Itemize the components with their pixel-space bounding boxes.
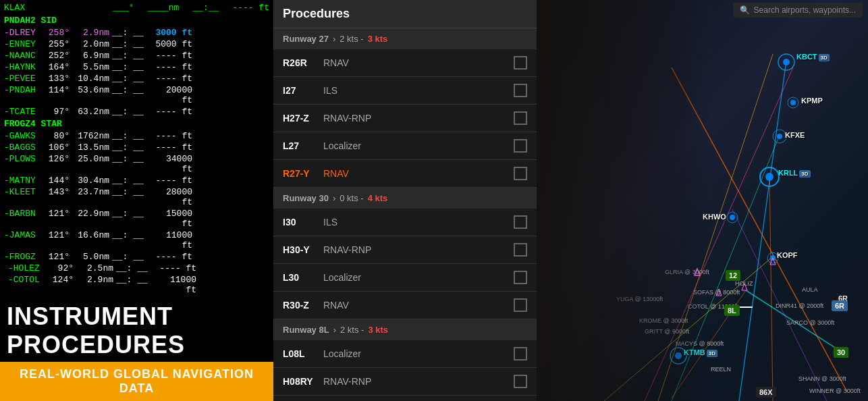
airport-label-kbct: KBCT3D — [796, 53, 830, 61]
svg-point-18 — [790, 100, 796, 105]
svg-point-21 — [730, 215, 735, 220]
proc-checkbox[interactable] — [514, 375, 527, 388]
proc-item[interactable]: L08L Localizer — [273, 340, 537, 368]
waypoint-row[interactable]: -GAWKS 80° 1762nm __: __ ---- ft — [0, 130, 273, 142]
svg-line-3 — [739, 61, 786, 401]
rwy-box-6r: 6R — [832, 300, 848, 311]
footer-waypoint-row[interactable]: -HOLEZ 92° 2.5nm __: __ ---- ft — [4, 263, 269, 274]
proc-checkbox[interactable] — [514, 215, 527, 229]
proc-item[interactable]: H30-Y RNAV-RNP — [273, 236, 537, 264]
map-search-bar[interactable]: 🔍 Search airports, waypoints... — [733, 3, 863, 18]
proc-checkbox[interactable] — [514, 298, 527, 312]
svg-point-19 — [777, 134, 782, 139]
proc-item[interactable]: R30-Z RNAV — [273, 292, 537, 319]
airport-label-krll: KRLL3D — [778, 169, 811, 177]
proc-item[interactable]: H27-Z RNAV-RNP — [273, 105, 537, 132]
waypoint-row[interactable]: -HAYNK 164° 5.5nm __: __ ---- ft — [0, 61, 273, 73]
overlay-banner: -HOLEZ 92° 2.5nm __: __ ---- ft -COTOL 1… — [0, 261, 273, 401]
airport-label-kfxe: KFXE — [785, 131, 805, 139]
footer-waypoint-row[interactable]: -COTOL 124° 2.9nm __: __ 11000 ft — [4, 274, 269, 296]
proc-item[interactable]: H08RY RNAV-RNP — [273, 368, 537, 396]
waypoint-row[interactable]: -BARBN 121° 22.9nm __: __ 15000 ft — [0, 208, 273, 230]
proc-checkbox[interactable] — [514, 139, 527, 153]
svg-point-20 — [765, 173, 774, 181]
waypoint-row[interactable]: -NAANC 252° 6.9nm __: __ ---- ft — [0, 50, 273, 61]
runway-header: Runway 8L › 2 kts - 3 kts — [273, 319, 537, 340]
sid-section-label: PNDAH2 SID — [0, 14, 273, 27]
wpt-reeln: REELN — [711, 366, 731, 373]
proc-checkbox[interactable] — [514, 271, 527, 284]
middle-panel: Procedures Runway 27 › 2 kts - 3 kts R26… — [273, 0, 537, 401]
waypoint-row[interactable]: -KLEET 143° 23.7nm __: __ 28000 ft — [0, 186, 273, 208]
search-icon: 🔍 — [740, 5, 750, 15]
star-section-label: FROGZ4 STAR — [0, 117, 273, 130]
waypoint-row[interactable]: -PLOWS 126° 25.0nm __: __ 34000 ft — [0, 153, 273, 175]
proc-checkbox[interactable] — [514, 243, 527, 257]
banner-title: INSTRUMENT PROCEDURES — [0, 297, 273, 362]
waypoint-row[interactable]: -PNDAH 114° 53.6nm __: __ 20000 ft — [0, 84, 273, 106]
waypoint-row[interactable]: -PEVEE 133° 10.4nm __: __ ---- ft — [0, 73, 273, 84]
proc-item[interactable]: I30 ILS — [273, 209, 537, 236]
wpt-dinr: DINR41 @ 2000ft — [776, 302, 823, 309]
svg-point-17 — [783, 59, 790, 65]
star-waypoints: -GAWKS 80° 1762nm __: __ ---- ft -BAGGS … — [0, 130, 273, 263]
cockpit-overlay — [537, 0, 712, 401]
runway-header: Runway 30 › 0 kts - 4 kts — [273, 188, 537, 209]
wpt-aula: AULA — [802, 286, 818, 293]
proc-checkbox[interactable] — [514, 347, 527, 360]
procedures-title: Procedures — [283, 7, 350, 20]
left-header: KLAX ___° ____nm __:__ ---- ft — [0, 0, 273, 14]
waypoint-row[interactable]: -DLREY 258° 2.9nm __: __ 3000 ft — [0, 27, 273, 38]
airport-label-kopf: KOPF — [777, 251, 798, 259]
waypoint-row[interactable]: -ENNEY 255° 2.0nm __: __ 5000 ft — [0, 38, 273, 50]
waypoint-row[interactable]: -TCATE 97° 63.2nm __: __ ---- ft — [0, 106, 273, 117]
proc-checkbox[interactable] — [514, 84, 527, 97]
sid-waypoints: -DLREY 258° 2.9nm __: __ 3000 ft -ENNEY … — [0, 27, 273, 117]
proc-item[interactable]: L27 Localizer — [273, 132, 537, 160]
wpt-sarco: SARCO @ 3000ft — [786, 319, 834, 326]
rwy-box-12: 12 — [726, 270, 740, 281]
banner-sub: REAL-WORLD GLOBAL NAVIGATION DATA — [0, 362, 273, 401]
waypoint-row[interactable]: -JAMAS 121° 16.6nm __: __ 11000 ft — [0, 230, 273, 251]
search-placeholder: Search airports, waypoints... — [754, 5, 856, 15]
rwy-box-30: 30 — [834, 347, 848, 358]
proc-item[interactable]: L30 Localizer — [273, 264, 537, 292]
proc-item[interactable]: R26R RNAV — [273, 49, 537, 77]
airport-label-kpmp: KPMP — [801, 97, 823, 105]
runway-header: Runway 27 › 2 kts - 3 kts — [273, 28, 537, 49]
waypoint-row[interactable]: -MATNY 144° 30.4nm __: __ ---- ft — [0, 175, 273, 186]
map-panel[interactable]: KBCT3D KPMP KFXE KRLL3D KHWO KOPF KTMB3D… — [537, 0, 868, 401]
proc-item[interactable]: I27 ILS — [273, 77, 537, 105]
wpt-winner: WINNER @ 3000ft — [809, 387, 861, 394]
left-panel: KLAX ___° ____nm __:__ ---- ft PNDAH2 SI… — [0, 0, 273, 401]
rwy-box-8l: 8L — [724, 305, 740, 316]
proc-checkbox[interactable] — [514, 111, 527, 125]
procedures-header: Procedures — [273, 0, 537, 28]
wpt-holiz: HOLIZ — [735, 280, 753, 287]
proc-checkbox[interactable] — [514, 56, 527, 70]
wpt-shann: SHANN @ 3000ft — [798, 375, 846, 382]
footer-waypoints: -HOLEZ 92° 2.5nm __: __ ---- ft -COTOL 1… — [0, 261, 273, 297]
rwy-box-86x: 86X — [756, 387, 776, 398]
proc-checkbox[interactable] — [514, 167, 527, 180]
proc-list: Runway 27 › 2 kts - 3 kts R26R RNAV I27 … — [273, 28, 537, 401]
airport-id: KLAX — [4, 3, 25, 13]
proc-item[interactable]: R27-Y RNAV — [273, 160, 537, 188]
waypoint-row[interactable]: -BAGGS 106° 13.5nm __: __ ---- ft — [0, 142, 273, 153]
